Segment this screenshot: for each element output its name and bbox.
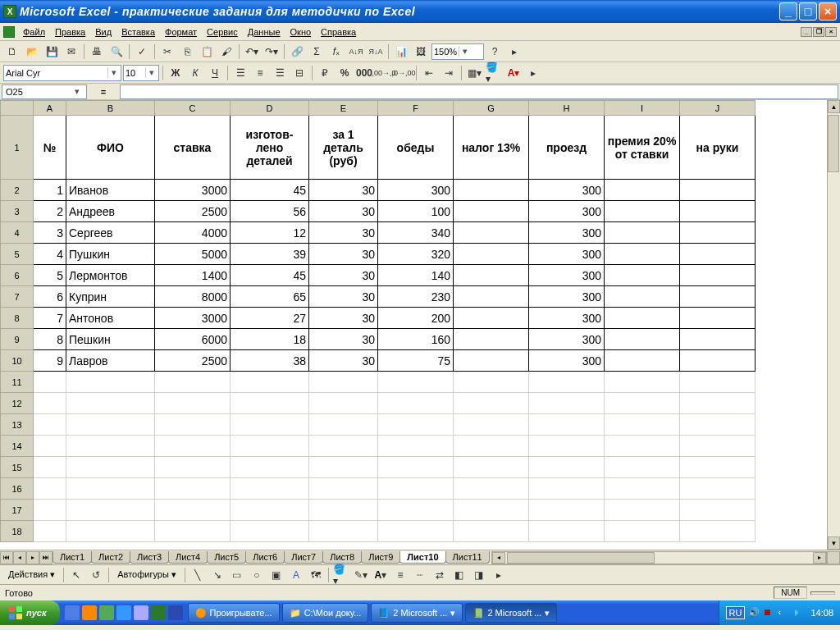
cell-F9[interactable]: 160 [378,329,454,350]
cell-H17[interactable] [529,500,605,521]
cell-I8[interactable] [605,308,680,329]
cell-B8[interactable]: Антонов [66,308,155,329]
col-header-E[interactable]: E [309,101,378,116]
menu-file[interactable]: Файл [18,25,50,39]
cell-E9[interactable]: 30 [309,329,378,350]
ql-msn-icon[interactable] [99,605,114,620]
cell-I12[interactable] [605,393,680,414]
decrease-decimal-button[interactable]: ,0→,00 [395,64,413,82]
cell-B6[interactable]: Лермонтов [66,265,155,286]
cell-A18[interactable] [34,521,66,542]
cell-F7[interactable]: 230 [378,286,454,308]
row-header-11[interactable]: 11 [1,372,34,393]
menu-format[interactable]: Формат [160,25,202,39]
menu-window[interactable]: Окно [285,25,317,39]
cell-B3[interactable]: Андреев [66,201,155,222]
cell-E3[interactable]: 30 [309,201,378,222]
chart-button[interactable]: 📊 [392,43,410,61]
row-header-8[interactable]: 8 [1,308,34,329]
cell-H1[interactable]: проезд [529,116,605,180]
minimize-button[interactable]: _ [779,2,797,21]
cell-J12[interactable] [680,393,756,414]
cell-I10[interactable] [605,350,680,372]
cell-J2[interactable] [680,180,756,201]
cell-E18[interactable] [309,521,378,542]
ql-wmp-icon[interactable] [82,605,97,620]
close-button[interactable]: × [819,2,837,21]
cell-E12[interactable] [309,393,378,414]
cell-H11[interactable] [529,372,605,393]
sheet-tab-Лист9[interactable]: Лист9 [361,551,400,564]
cell-D2[interactable]: 45 [231,180,309,201]
cell-D1[interactable]: изготов-лено деталей [231,116,309,180]
cell-J8[interactable] [680,308,756,329]
cell-A12[interactable] [34,393,66,414]
menu-help[interactable]: Справка [316,25,361,39]
tray-icon-1[interactable]: 🔊 [748,607,760,619]
ql-ie-icon[interactable] [116,605,131,620]
formula-input[interactable] [120,84,838,99]
cell-I2[interactable] [605,180,680,201]
sort-asc-button[interactable]: А↓Я [347,43,365,61]
cell-C2[interactable]: 3000 [155,180,231,201]
arrow-style-button[interactable]: ⇄ [431,566,449,584]
cell-G3[interactable] [454,201,529,222]
line-style-button[interactable]: ≡ [391,566,409,584]
cell-D16[interactable] [231,478,309,500]
cell-E14[interactable] [309,436,378,457]
dash-style-button[interactable]: ┈ [411,566,429,584]
cell-D10[interactable]: 38 [231,350,309,372]
increase-decimal-button[interactable]: ,00→,0 [375,64,393,82]
cell-C9[interactable]: 6000 [155,329,231,350]
function-button[interactable]: fₓ [327,43,345,61]
align-right-button[interactable]: ☰ [271,64,289,82]
cell-B17[interactable] [66,500,155,521]
cell-E7[interactable]: 30 [309,286,378,308]
cell-F12[interactable] [378,393,454,414]
cell-E1[interactable]: за 1 деталь (руб) [309,116,378,180]
cell-F11[interactable] [378,372,454,393]
cell-F6[interactable]: 140 [378,265,454,286]
cell-G17[interactable] [454,500,529,521]
cell-C16[interactable] [155,478,231,500]
tab-first[interactable]: ⏮ [0,551,13,564]
row-header-4[interactable]: 4 [1,222,34,244]
cell-G1[interactable]: налог 13% [454,116,529,180]
mail-button[interactable]: ✉ [62,43,80,61]
task-button[interactable]: 🟠Проигрывате... [188,603,280,623]
cell-B9[interactable]: Пешкин [66,329,155,350]
cell-G13[interactable] [454,414,529,436]
cell-J7[interactable] [680,286,756,308]
cell-F13[interactable] [378,414,454,436]
cell-G14[interactable] [454,436,529,457]
cell-J10[interactable] [680,350,756,372]
cell-B1[interactable]: ФИО [66,116,155,180]
cell-J17[interactable] [680,500,756,521]
wordart-button[interactable]: A [287,566,305,584]
row-header-5[interactable]: 5 [1,244,34,265]
task-button[interactable]: 📁C:\Мои доку... [282,603,369,623]
italic-button[interactable]: К [186,64,204,82]
sheet-tab-Лист4[interactable]: Лист4 [168,551,208,564]
cell-H9[interactable]: 300 [529,329,605,350]
cell-D18[interactable] [231,521,309,542]
cell-F4[interactable]: 340 [378,222,454,244]
lang-indicator[interactable]: RU [726,606,746,619]
autoshapes-menu[interactable]: Автофигуры ▾ [112,568,181,582]
menu-view[interactable]: Вид [90,25,116,39]
menu-tools[interactable]: Сервис [202,25,243,39]
cell-F14[interactable] [378,436,454,457]
3d-button[interactable]: ◨ [470,566,488,584]
cell-C17[interactable] [155,500,231,521]
cell-F10[interactable]: 75 [378,350,454,372]
currency-button[interactable]: ₽ [316,64,334,82]
mdi-restore[interactable]: ❐ [813,27,824,37]
cell-H7[interactable]: 300 [529,286,605,308]
cell-D17[interactable] [231,500,309,521]
cell-C18[interactable] [155,521,231,542]
rect-button[interactable]: ▭ [228,566,246,584]
line-button[interactable]: ╲ [189,566,207,584]
cell-F17[interactable] [378,500,454,521]
cell-B14[interactable] [66,436,155,457]
tab-next[interactable]: ▸ [26,551,39,564]
